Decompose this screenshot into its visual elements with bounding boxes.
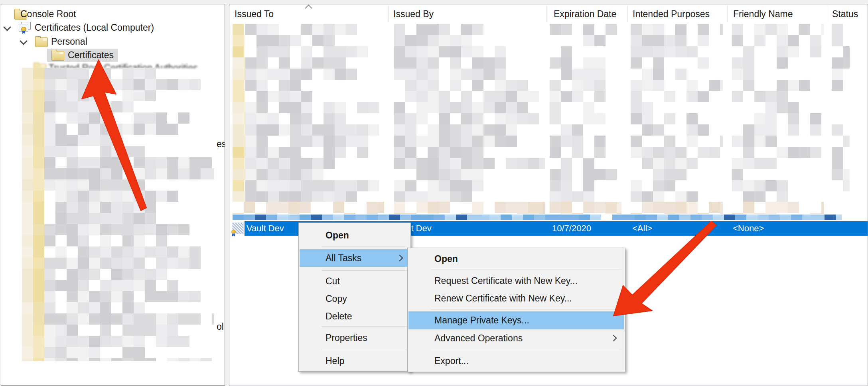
redacted-region — [631, 202, 723, 214]
cell-expiration: 10/7/2020 — [552, 221, 591, 236]
menu-separator — [322, 326, 407, 327]
column-divider — [827, 6, 827, 22]
tree-item-personal[interactable]: Personal — [1, 35, 225, 48]
redacted-region — [732, 202, 824, 214]
redacted-region — [245, 24, 382, 202]
tree-item-label: Certificates (Local Computer) — [35, 21, 154, 34]
menu-item-open[interactable]: Open — [300, 225, 409, 245]
redacted-region — [550, 202, 621, 214]
submenu-arrow-icon — [397, 255, 403, 262]
redacted-region — [832, 24, 850, 202]
submenu-item-advanced-operations[interactable]: Advanced Operations — [408, 329, 624, 347]
tree-item-label: Certificates — [68, 49, 114, 62]
tree-item-console-root[interactable]: Console Root — [1, 8, 225, 21]
context-menu: Open All Tasks Cut Copy Delete Propertie… — [298, 223, 411, 372]
redacted-region — [233, 24, 245, 202]
menu-item-help[interactable]: Help — [300, 352, 409, 370]
chevron-down-icon[interactable] — [20, 37, 28, 45]
tree-item-certificates-local-computer[interactable]: Certificates (Local Computer) — [1, 21, 225, 34]
column-header-status[interactable]: Status — [832, 5, 858, 23]
certificate-store-icon — [18, 22, 31, 34]
chevron-down-icon[interactable] — [3, 23, 11, 31]
tree-item-label: Console Root — [20, 8, 76, 21]
menu-separator — [322, 270, 407, 271]
redacted-region — [394, 202, 545, 214]
redacted-selected-row-strip — [233, 215, 842, 220]
column-divider — [388, 6, 389, 22]
redacted-region — [394, 24, 545, 202]
menu-item-copy[interactable]: Copy — [300, 290, 409, 307]
submenu-item-request-certificate[interactable]: Request Certificate with New Key... — [408, 272, 624, 290]
menu-separator — [430, 349, 622, 349]
column-header-issued-to[interactable]: Issued To — [235, 5, 274, 23]
all-tasks-submenu: Open Request Certificate with New Key...… — [407, 248, 625, 372]
column-header-expiration[interactable]: Expiration Date — [554, 5, 616, 23]
submenu-arrow-icon — [610, 335, 617, 342]
redacted-tree-region — [22, 68, 214, 361]
column-header-issued-by[interactable]: Issued By — [393, 5, 434, 23]
column-divider — [727, 6, 728, 22]
redacted-region — [631, 24, 723, 202]
cell-friendly: <None> — [733, 221, 764, 236]
cell-purposes: <All> — [632, 221, 652, 236]
submenu-item-open[interactable]: Open — [408, 250, 624, 267]
column-header-purposes[interactable]: Intended Purposes — [633, 5, 710, 23]
tree-item-label: Personal — [51, 35, 87, 48]
menu-separator — [430, 270, 622, 270]
sort-ascending-icon — [305, 4, 312, 12]
menu-item-properties[interactable]: Properties — [300, 328, 409, 347]
column-divider — [546, 6, 547, 22]
tree-item-trusted-root-partial[interactable]: Trusted Root Certification Authorities — [1, 63, 225, 68]
folder-icon — [51, 51, 64, 61]
submenu-item-export[interactable]: Export... — [408, 352, 624, 370]
menu-separator — [322, 349, 407, 349]
column-divider — [627, 6, 628, 22]
menu-item-delete[interactable]: Delete — [300, 307, 409, 325]
redacted-region — [550, 24, 621, 202]
submenu-item-renew-certificate[interactable]: Renew Certificate with New Key... — [408, 290, 624, 307]
console-tree-panel: Console Root Certificates (Local Compute… — [1, 4, 225, 386]
menu-item-all-tasks[interactable]: All Tasks — [300, 249, 409, 267]
submenu-item-manage-private-keys[interactable]: Manage Private Keys... — [408, 311, 624, 329]
menu-separator — [430, 309, 622, 309]
redacted-text-fragment: ol — [217, 321, 224, 332]
redacted-region — [233, 202, 384, 214]
column-header-friendly[interactable]: Friendly Name — [733, 5, 793, 23]
menu-separator — [322, 246, 407, 246]
redacted-text-fragment: es — [217, 139, 225, 149]
folder-icon — [35, 37, 48, 47]
tree-item-certificates-selected[interactable]: Certificates — [1, 49, 225, 62]
redacted-region — [732, 24, 824, 202]
certificate-icon — [232, 223, 244, 234]
cell-issued-to: Vault Dev — [247, 221, 284, 236]
menu-item-cut[interactable]: Cut — [300, 272, 409, 290]
mmc-window: Console Root Certificates (Local Compute… — [0, 0, 868, 386]
tree-item-label: Trusted Root Certification Authorities — [49, 63, 198, 68]
